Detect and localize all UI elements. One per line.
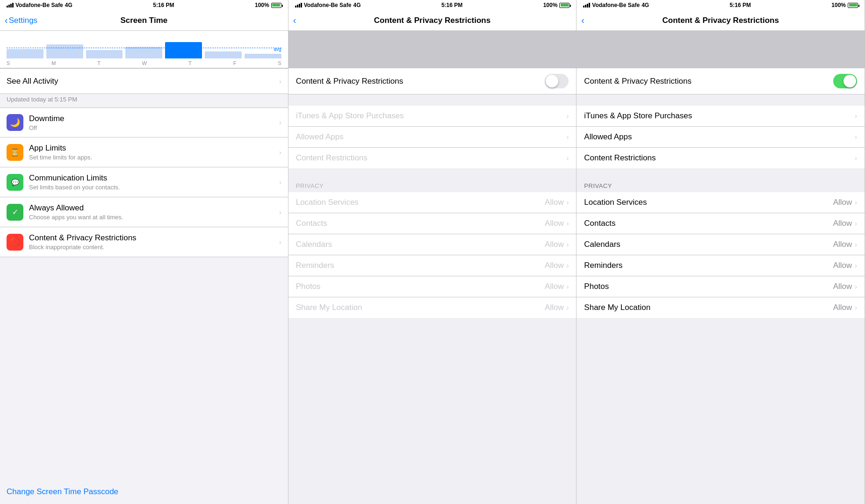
battery-icon-right [848,3,858,8]
app-limits-icon: ⏳ [7,144,23,161]
status-bar-left: Vodafone-Be Safe 4G 5:16 PM 100% [0,0,288,10]
battery-fill-right [849,4,857,7]
content-privacy-panel-on: Vodafone-Be Safe 4G 5:16 PM 100% ‹ Conte… [577,0,865,504]
cp-location-chevron-right: › [855,199,857,206]
cp-calendars-value-right: Allow [833,240,852,249]
day-f: F [233,60,237,66]
downtime-icon: 🌙 [7,114,23,131]
cp-allowed-apps-middle[interactable]: Allowed Apps › [288,127,577,148]
cp-itunes-right[interactable]: iTunes & App Store Purchases › [577,106,865,127]
cp-reminders-right[interactable]: Reminders Allow › [577,255,865,276]
time-right: 5:16 PM [730,2,751,8]
cp-location-right[interactable]: Location Services Allow › [577,192,865,213]
cp-allowed-apps-label-right: Allowed Apps [584,132,855,142]
cp-content-restrictions-label-right: Content Restrictions [584,153,855,163]
content-privacy-title: Content & Privacy Restrictions [29,233,279,243]
content-privacy-panel-off: Vodafone-Be Safe 4G 5:16 PM 100% ‹ Conte… [288,0,577,504]
cp-share-location-label-right: Share My Location [584,303,833,312]
back-button-middle[interactable]: ‹ [293,15,296,26]
day-t2: T [188,60,192,66]
cp-photos-value-middle: Allow [545,282,564,291]
cp-allowed-apps-chevron-middle: › [567,133,569,141]
cp-contacts-right[interactable]: Contacts Allow › [577,213,865,234]
screen-time-panel: Vodafone-Be Safe 4G 5:16 PM 100% ‹ Setti… [0,0,288,504]
cp-itunes-chevron-middle: › [567,112,569,120]
chevron-left-middle-icon: ‹ [293,15,296,26]
downtime-item[interactable]: 🌙 Downtime Off › [0,108,288,137]
cp-toggle-switch-middle[interactable] [545,74,569,88]
cp-contacts-middle[interactable]: Contacts Allow › [288,213,577,234]
signal-bars-middle [295,3,302,7]
day-m: M [51,60,56,66]
status-bar-middle-left: Vodafone-Be Safe 4G [295,2,361,8]
cp-content-restrictions-chevron-middle: › [567,154,569,162]
avg-label: avg [274,47,281,52]
cp-photos-chevron-middle: › [567,283,569,290]
downtime-title: Downtime [29,114,279,123]
cp-privacy-items-right: Location Services Allow › Contacts Allow… [577,192,865,318]
status-right-middle: 100% [543,2,570,8]
bar-t1 [86,50,123,58]
cp-photos-middle[interactable]: Photos Allow › [288,276,577,297]
carrier-middle: Vodafone-Be Safe [304,2,352,8]
cp-content-restrictions-right[interactable]: Content Restrictions › [577,148,865,168]
bar-s2 [245,54,281,58]
cp-toggle-switch-right[interactable] [833,74,857,88]
cp-calendars-right[interactable]: Calendars Allow › [577,234,865,255]
cp-photos-right[interactable]: Photos Allow › [577,276,865,297]
change-passcode-link[interactable]: Change Screen Time Passcode [7,487,118,496]
status-bar-right-left: Vodafone-Be Safe 4G [583,2,649,8]
nav-bar-right: ‹ Content & Privacy Restrictions [577,10,865,31]
day-s1: S [7,60,10,66]
cp-calendars-label-right: Calendars [584,240,833,249]
app-limits-title: App Limits [29,144,279,153]
cp-contacts-value-right: Allow [833,219,852,228]
nav-title-right: Content & Privacy Restrictions [662,16,778,25]
cp-share-location-middle[interactable]: Share My Location Allow › [288,297,577,318]
cp-toggle-row-middle: Content & Privacy Restrictions [288,68,577,94]
cp-itunes-label-right: iTunes & App Store Purchases [584,111,855,121]
carrier-right: Vodafone-Be Safe [592,2,640,8]
comm-limits-title: Communication Limits [29,173,279,183]
cp-itunes-chevron-right: › [855,112,857,120]
cp-top-bar-right [577,31,865,68]
cp-toggle-label-right: Content & Privacy Restrictions [584,77,692,86]
cp-calendars-value-middle: Allow [545,240,564,249]
back-button-right[interactable]: ‹ [581,15,584,26]
see-all-row[interactable]: See All Activity › [0,68,288,94]
app-limits-text: App Limits Set time limits for apps. [29,144,279,161]
cp-location-value-middle: Allow [545,198,564,207]
cp-contacts-label-right: Contacts [584,219,833,228]
cp-content-restrictions-middle[interactable]: Content Restrictions › [288,148,577,168]
cp-share-location-right[interactable]: Share My Location Allow › [577,297,865,318]
cp-content-restrictions-chevron-right: › [855,154,857,162]
signal-bars-right [583,3,590,7]
comm-limits-icon-symbol: 💬 [11,179,19,186]
section-gap-left [0,257,288,268]
nav-title-left: Screen Time [120,16,167,25]
app-limits-item[interactable]: ⏳ App Limits Set time limits for apps. › [0,137,288,167]
back-button-left[interactable]: ‹ Settings [5,15,37,26]
cp-location-middle[interactable]: Location Services Allow › [288,192,577,213]
cp-reminders-chevron-right: › [855,262,857,269]
screen-time-list: 🌙 Downtime Off › ⏳ App Limits Set time l… [0,108,288,480]
cp-gray-1-right [577,94,865,106]
battery-fill-middle [561,4,569,7]
cp-itunes-middle[interactable]: iTunes & App Store Purchases › [288,106,577,127]
content-privacy-item[interactable]: 🚫 Content & Privacy Restrictions Block i… [0,227,288,257]
cp-top-items-right: iTunes & App Store Purchases › Allowed A… [577,106,865,168]
comm-limits-item[interactable]: 💬 Communication Limits Set limits based … [0,167,288,197]
cp-reminders-middle[interactable]: Reminders Allow › [288,255,577,276]
status-right-right: 100% [831,2,858,8]
always-allowed-item[interactable]: ✓ Always Allowed Choose apps you want at… [0,197,288,227]
cp-contacts-chevron-right: › [855,220,857,227]
cp-itunes-label-middle: iTunes & App Store Purchases [296,111,567,121]
cp-photos-value-right: Allow [833,282,852,291]
status-right-left: 100% [255,2,281,8]
cp-allowed-apps-right[interactable]: Allowed Apps › [577,127,865,148]
cp-share-location-value-middle: Allow [545,303,564,312]
downtime-text: Downtime Off [29,114,279,131]
bar-t2 [165,42,202,58]
cp-calendars-middle[interactable]: Calendars Allow › [288,234,577,255]
bar-f [205,51,242,58]
